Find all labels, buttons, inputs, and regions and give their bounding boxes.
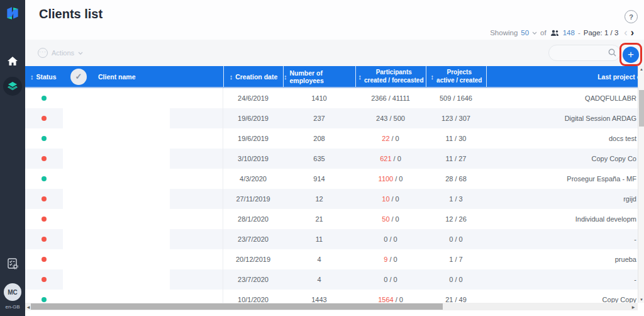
- employees-cell: 635: [283, 149, 355, 169]
- table-row[interactable]: 4/3/2020 914 1100/0 28 / 68 Prosegur Esp…: [25, 169, 644, 189]
- table-row[interactable]: 23/7/2020 4 0/0 0 / 0 -: [25, 269, 644, 290]
- table-row[interactable]: 27/11/2019 12 10/0 1 / 3 rgijd: [25, 189, 644, 209]
- status-dot: [42, 156, 47, 161]
- status-cell: [25, 88, 63, 108]
- language-label: en-GB: [5, 304, 19, 310]
- user-avatar[interactable]: MC: [4, 283, 21, 301]
- vertical-scrollbar-thumb[interactable]: [639, 90, 644, 127]
- client-name-cell: [63, 269, 223, 290]
- sidebar-item-program-settings[interactable]: [0, 253, 25, 274]
- projects-cell: 0 / 0: [426, 269, 486, 290]
- chevron-down-icon: [532, 31, 537, 35]
- last-project-cell: prueba: [486, 249, 644, 269]
- last-project-cell: Prosegur España - MF: [486, 169, 644, 189]
- page-title: Clients list: [39, 7, 103, 21]
- actions-button[interactable]: ··· Actions: [38, 40, 83, 66]
- table-row[interactable]: 28/1/2020 21 50/0 12 / 26 Individual dev…: [25, 209, 644, 229]
- layers-icon: [8, 81, 18, 91]
- status-dot: [42, 237, 47, 242]
- status-dot: [42, 196, 47, 201]
- projects-cell: 123 / 307: [426, 108, 486, 128]
- participants-header-line2: created / forecasted: [364, 77, 424, 85]
- vertical-scrollbar[interactable]: ▲ ▼: [638, 66, 644, 303]
- projects-cell: 1 / 3: [426, 189, 486, 209]
- table-row[interactable]: 19/6/2019 237 243/500 123 / 307 Digital …: [25, 108, 644, 128]
- participants-cell: 9/0: [355, 249, 426, 269]
- table-row[interactable]: 20/12/2019 4 9/0 1 / 7 prueba: [25, 249, 644, 269]
- status-dot: [42, 257, 47, 262]
- employees-cell: 1410: [283, 88, 355, 108]
- bottom-strip: [25, 310, 644, 316]
- creation-date-cell: 23/7/2020: [223, 269, 283, 290]
- projects-cell: 1 / 7: [426, 249, 486, 269]
- last-project-cell: QADQFULLABR: [486, 88, 644, 108]
- table-row[interactable]: 3/10/2019 635 621/0 11 / 27 Copy Copy Co: [25, 149, 644, 169]
- horizontal-scrollbar-thumb[interactable]: [31, 303, 443, 310]
- scroll-down-icon[interactable]: ▼: [638, 298, 644, 302]
- select-all-checkbox[interactable]: ✓: [70, 69, 87, 85]
- horizontal-scrollbar[interactable]: ◀ ▶: [25, 303, 638, 310]
- client-name-redacted: [63, 189, 170, 209]
- prev-page-button[interactable]: ‹: [624, 28, 627, 38]
- sidebar-item-home[interactable]: [0, 50, 25, 72]
- column-header-projects[interactable]: ↕ Projects active / created: [426, 66, 486, 87]
- employees-cell: 4: [283, 269, 355, 290]
- scroll-up-icon[interactable]: ▲: [638, 67, 644, 71]
- employees-cell: 914: [283, 169, 355, 189]
- brand-logo-icon: [4, 5, 21, 21]
- status-cell: [25, 249, 63, 269]
- participants-cell: 621/0: [355, 149, 426, 169]
- column-header-last-project[interactable]: Last project created: [486, 66, 644, 87]
- creation-date-cell: 4/3/2020: [223, 169, 283, 189]
- search-input[interactable]: [548, 45, 621, 61]
- projects-header-line1: Projects: [436, 69, 482, 77]
- client-name-redacted: [63, 169, 170, 189]
- client-name-redacted: [63, 108, 170, 128]
- home-icon: [8, 57, 18, 65]
- status-cell: [25, 128, 63, 149]
- table-row[interactable]: 19/6/2019 208 22/0 11 / 30 docs test: [25, 128, 644, 149]
- participants-cell: 50/0: [355, 209, 426, 229]
- table-row[interactable]: 24/6/2019 1410 2366/41111 509 / 1646 QAD…: [25, 88, 644, 108]
- scroll-right-icon[interactable]: ▶: [630, 305, 636, 309]
- showing-label: Showing: [490, 29, 518, 37]
- client-name-redacted: [63, 128, 170, 149]
- status-dot: [42, 136, 47, 141]
- client-name-cell: [63, 209, 223, 229]
- creation-date-cell: 27/11/2019: [223, 189, 283, 209]
- last-project-cell: Copy Copy Co: [486, 149, 644, 169]
- dash: -: [578, 29, 580, 37]
- participants-header-line1: Participants: [364, 69, 424, 77]
- pagination-bar: Showing 50 of 148 - Page: 1 / 3 ‹ ›: [490, 28, 634, 38]
- client-name-cell: [63, 169, 223, 189]
- sidebar-item-clients[interactable]: [0, 76, 25, 97]
- clients-count-icon: [550, 30, 559, 36]
- column-header-status[interactable]: ↕ Status: [25, 66, 63, 87]
- status-cell: [25, 108, 63, 128]
- status-header-label: Status: [36, 73, 57, 81]
- table-row[interactable]: 23/7/2020 11 0/0 0 / 0 -: [25, 229, 644, 249]
- page-size-select[interactable]: 50: [521, 29, 529, 37]
- sidebar: MC en-GB: [0, 0, 25, 316]
- toolbar: ··· Actions +: [25, 40, 644, 66]
- status-dot: [42, 96, 47, 101]
- add-client-button[interactable]: +: [623, 47, 639, 63]
- client-name-redacted: [63, 269, 170, 290]
- status-dot: [42, 176, 47, 181]
- creation-date-cell: 19/6/2019: [223, 128, 283, 149]
- chevron-down-icon: [78, 52, 83, 55]
- column-header-participants[interactable]: ↕ Participants created / forecasted: [355, 66, 426, 87]
- creation-date-cell: 20/12/2019: [223, 249, 283, 269]
- status-dot: [42, 297, 47, 302]
- of-label: of: [540, 29, 547, 37]
- column-header-creation-date[interactable]: ↕ Creation date: [223, 66, 283, 87]
- next-page-button[interactable]: ›: [631, 28, 634, 38]
- creation-date-cell: 24/6/2019: [223, 88, 283, 108]
- status-cell: [25, 169, 63, 189]
- column-header-employees[interactable]: ↕ Number of employees: [283, 66, 355, 87]
- last-project-cell: Digital Session ARDAG: [486, 108, 644, 128]
- employees-cell: 208: [283, 128, 355, 149]
- client-name-cell: [63, 149, 223, 169]
- help-button[interactable]: ?: [625, 10, 638, 23]
- table-header: ↕ Status ✓ Client name ↕ Creation date ↕…: [25, 66, 644, 88]
